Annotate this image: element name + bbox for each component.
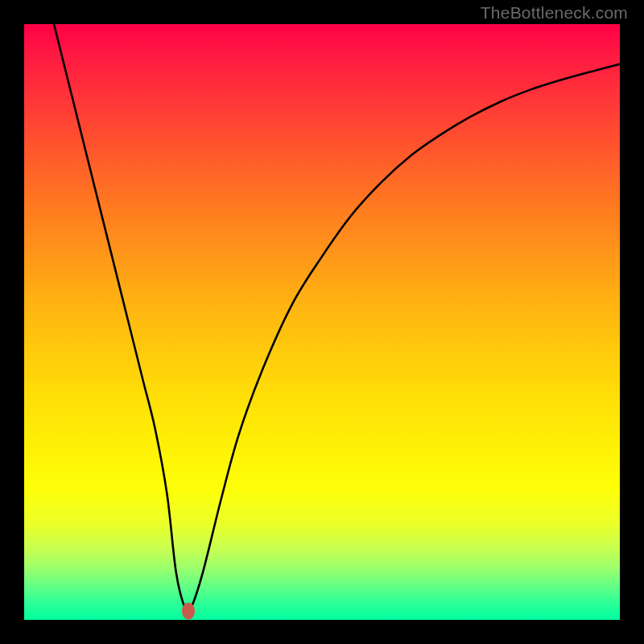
attribution-text: TheBottleneck.com [481,3,628,23]
chart-container: TheBottleneck.com [0,0,644,644]
curve-svg [24,24,620,620]
plot-area [24,24,620,620]
optimal-point-marker [182,602,195,619]
bottleneck-curve [54,24,620,613]
